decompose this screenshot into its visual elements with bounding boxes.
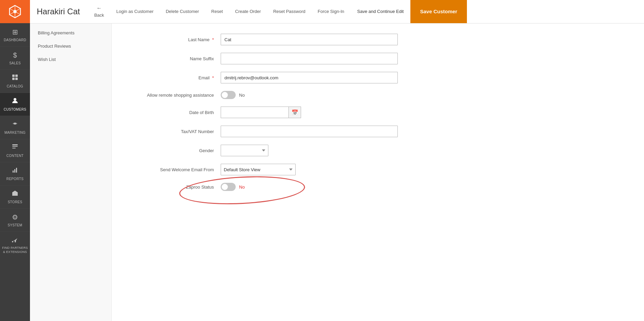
save-continue-button[interactable]: Save and Continue Edit bbox=[350, 0, 411, 23]
last-name-label: Last Name * bbox=[132, 37, 221, 42]
svg-point-0 bbox=[13, 10, 17, 13]
content-area: Billing Agreements Product Reviews Wish … bbox=[30, 23, 644, 321]
welcome-email-label: Send Welcome Email From bbox=[132, 167, 221, 172]
svg-point-6 bbox=[14, 123, 16, 125]
nav-product-reviews[interactable]: Product Reviews bbox=[30, 39, 111, 53]
marketing-icon bbox=[12, 120, 18, 129]
sidebar: ⊞ DASHBOARD $ SALES CATALOG CUSTOMERS MA… bbox=[0, 0, 30, 321]
welcome-email-row: Send Welcome Email From Default Store Vi… bbox=[132, 164, 624, 175]
sidebar-item-marketing[interactable]: MARKETING bbox=[0, 116, 30, 139]
allow-remote-label: Allow remote shopping assistance bbox=[132, 93, 221, 98]
sidebar-item-partners[interactable]: FIND PARTNERS & EXTENSIONS bbox=[0, 231, 30, 258]
customer-form: Last Name * Name Suffix Email bbox=[112, 23, 644, 321]
required-indicator: * bbox=[212, 75, 214, 80]
svg-rect-8 bbox=[12, 146, 18, 147]
save-customer-button[interactable]: Save Customer bbox=[410, 0, 467, 23]
nav-wish-list[interactable]: Wish List bbox=[30, 53, 111, 66]
zaproo-status-label: Zaproo Status bbox=[132, 184, 221, 190]
customers-icon bbox=[12, 97, 18, 106]
dob-input[interactable] bbox=[221, 107, 289, 118]
last-name-row: Last Name * bbox=[132, 34, 624, 45]
sidebar-item-system[interactable]: ⚙ SYSTEM bbox=[0, 208, 30, 231]
sidebar-item-dashboard[interactable]: ⊞ DASHBOARD bbox=[0, 23, 30, 46]
sidebar-item-label: DASHBOARD bbox=[4, 38, 26, 42]
sidebar-item-label: FIND PARTNERS & EXTENSIONS bbox=[1, 246, 29, 254]
email-input[interactable] bbox=[221, 72, 398, 83]
page-title: Harakiri Cat bbox=[37, 7, 80, 16]
sidebar-item-catalog[interactable]: CATALOG bbox=[0, 69, 30, 93]
gender-label: Gender bbox=[132, 148, 221, 153]
svg-rect-12 bbox=[16, 168, 17, 173]
welcome-email-select[interactable]: Default Store View Main Website Store En… bbox=[221, 164, 296, 175]
sidebar-item-label: CUSTOMERS bbox=[4, 107, 26, 112]
last-name-input[interactable] bbox=[221, 34, 398, 45]
back-button[interactable]: ← Back bbox=[88, 0, 110, 23]
partners-icon bbox=[12, 236, 18, 245]
sidebar-item-label: SYSTEM bbox=[8, 223, 22, 227]
force-sign-in-button[interactable]: Force Sign-In bbox=[312, 0, 350, 23]
svg-rect-4 bbox=[15, 78, 18, 80]
svg-rect-3 bbox=[12, 78, 15, 80]
catalog-icon bbox=[12, 74, 18, 83]
gender-row: Gender Male Female Not Specified bbox=[132, 145, 624, 156]
required-indicator: * bbox=[212, 37, 214, 42]
reports-icon bbox=[12, 166, 18, 175]
dob-wrapper: 📅 bbox=[221, 107, 301, 118]
tax-vat-label: Tax/VAT Number bbox=[132, 129, 221, 134]
svg-rect-10 bbox=[13, 171, 14, 173]
reset-button[interactable]: Reset bbox=[205, 0, 229, 23]
svg-rect-7 bbox=[12, 144, 18, 145]
zaproo-toggle[interactable] bbox=[221, 183, 236, 191]
zaproo-status: No bbox=[239, 184, 245, 190]
sidebar-item-stores[interactable]: STORES bbox=[0, 185, 30, 208]
zaproo-toggle-wrapper: No bbox=[221, 183, 245, 191]
system-icon: ⚙ bbox=[12, 213, 18, 222]
left-nav: Billing Agreements Product Reviews Wish … bbox=[30, 23, 112, 321]
create-order-button[interactable]: Create Order bbox=[229, 0, 267, 23]
name-suffix-label: Name Suffix bbox=[132, 56, 221, 61]
sidebar-item-label: REPORTS bbox=[6, 177, 23, 181]
svg-point-15 bbox=[15, 241, 16, 242]
allow-remote-row: Allow remote shopping assistance No bbox=[132, 91, 624, 99]
svg-point-5 bbox=[14, 98, 16, 101]
calendar-icon: 📅 bbox=[292, 109, 298, 116]
tax-vat-row: Tax/VAT Number bbox=[132, 126, 624, 137]
allow-remote-toggle-wrapper: No bbox=[221, 91, 245, 99]
email-row: Email * bbox=[132, 72, 624, 83]
gender-select[interactable]: Male Female Not Specified bbox=[221, 145, 268, 156]
svg-rect-2 bbox=[15, 75, 18, 77]
dob-label: Date of Birth bbox=[132, 110, 221, 115]
calendar-button[interactable]: 📅 bbox=[289, 107, 301, 118]
sidebar-item-sales[interactable]: $ SALES bbox=[0, 46, 30, 69]
sidebar-item-label: SALES bbox=[9, 61, 21, 65]
svg-rect-11 bbox=[14, 169, 15, 173]
nav-billing-agreements[interactable]: Billing Agreements bbox=[30, 26, 111, 39]
logo[interactable] bbox=[0, 0, 30, 23]
tax-vat-input[interactable] bbox=[221, 126, 398, 137]
svg-rect-1 bbox=[12, 75, 15, 77]
stores-icon bbox=[12, 190, 18, 198]
login-as-customer-button[interactable]: Login as Customer bbox=[110, 0, 160, 23]
svg-point-14 bbox=[12, 241, 13, 242]
back-icon: ← bbox=[96, 5, 102, 12]
topbar-actions: ← Back Login as Customer Delete Customer… bbox=[88, 0, 637, 23]
allow-remote-status: No bbox=[239, 93, 245, 98]
sidebar-item-label: CONTENT bbox=[6, 154, 23, 158]
email-label: Email * bbox=[132, 75, 221, 80]
name-suffix-input[interactable] bbox=[221, 53, 398, 64]
sidebar-item-label: CATALOG bbox=[7, 84, 23, 89]
reset-password-button[interactable]: Reset Password bbox=[267, 0, 312, 23]
svg-rect-9 bbox=[12, 148, 16, 148]
topbar: Harakiri Cat ← Back Login as Customer De… bbox=[30, 0, 644, 23]
sidebar-item-customers[interactable]: CUSTOMERS bbox=[0, 93, 30, 116]
dob-row: Date of Birth 📅 bbox=[132, 107, 624, 118]
content-icon bbox=[12, 143, 18, 152]
sidebar-item-content[interactable]: CONTENT bbox=[0, 139, 30, 162]
sales-icon: $ bbox=[13, 51, 17, 60]
allow-remote-toggle[interactable] bbox=[221, 91, 236, 99]
name-suffix-row: Name Suffix bbox=[132, 53, 624, 64]
zaproo-status-row: Zaproo Status No bbox=[132, 183, 624, 191]
sidebar-item-reports[interactable]: REPORTS bbox=[0, 162, 30, 185]
delete-customer-button[interactable]: Delete Customer bbox=[160, 0, 205, 23]
sidebar-item-label: MARKETING bbox=[4, 130, 26, 135]
